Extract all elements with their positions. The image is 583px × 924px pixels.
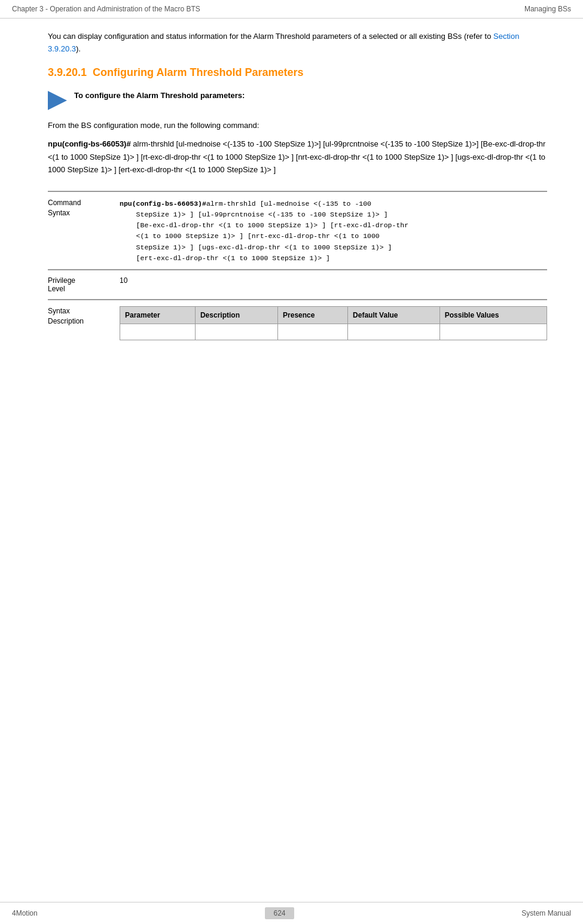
intro-text1: You can display configuration and status… (48, 32, 493, 41)
cell-presence (278, 324, 348, 340)
command-syntax-label: Command Syntax (48, 198, 120, 264)
col-parameter: Parameter (120, 307, 196, 324)
col-possible-values: Possible Values (439, 307, 547, 324)
parameter-table: Parameter Description Presence Default V… (120, 306, 547, 340)
intro-paragraph: You can display configuration and status… (48, 31, 547, 56)
col-description: Description (195, 307, 277, 324)
syntax-description-row: Syntax Description Parameter Description… (48, 299, 547, 340)
command-bold-part: npu(config-bs-66053)# (48, 139, 131, 148)
command-syntax-content: npu(config-bs-66053)#alrm-thrshld [ul-me… (120, 198, 547, 264)
command-syntax-mono: alrm-thrshld [ul-mednoise <(-135 to -100… (120, 200, 408, 262)
arrow-icon (48, 91, 67, 110)
page-header: Chapter 3 - Operation and Administration… (0, 0, 583, 19)
cell-default-value (348, 324, 440, 340)
table-header-row: Parameter Description Presence Default V… (120, 307, 547, 324)
svg-marker-0 (48, 91, 67, 110)
header-right: Managing BSs (524, 5, 571, 13)
section-title: Configuring Alarm Threshold Parameters (93, 66, 303, 78)
syntax-desc-label-line1: Syntax (48, 307, 70, 315)
cell-parameter (120, 324, 196, 340)
footer-right: System Manual (521, 909, 571, 917)
footer-left: 4Motion (12, 909, 38, 917)
privilege-label-line2: Level (48, 285, 65, 293)
syntax-description-content: Parameter Description Presence Default V… (120, 306, 547, 340)
footer-page-number: 624 (265, 907, 294, 919)
privilege-label: Privilege Level (48, 276, 120, 293)
intro-text2: ). (76, 44, 81, 53)
cell-description (195, 324, 277, 340)
privilege-value: 10 (120, 276, 127, 293)
header-left: Chapter 3 - Operation and Administration… (12, 5, 200, 13)
table-row (120, 324, 547, 340)
col-presence: Presence (278, 307, 348, 324)
section-heading: 3.9.20.1 Configuring Alarm Threshold Par… (48, 66, 547, 79)
section-number: 3.9.20.1 (48, 66, 87, 78)
privilege-label-line1: Privilege (48, 276, 75, 285)
instruction-text: To configure the Alarm Threshold paramet… (74, 90, 245, 102)
syntax-description-label: Syntax Description (48, 306, 120, 340)
from-text: From the BS configuration mode, run the … (48, 120, 547, 132)
command-syntax-bold: npu(config-bs-66053)# (120, 200, 206, 208)
cell-possible-values (439, 324, 547, 340)
page-footer: 4Motion 624 System Manual (0, 902, 583, 924)
syntax-desc-label-line2: Description (48, 317, 84, 325)
privilege-level-row: Privilege Level 10 (48, 269, 547, 293)
col-default-value: Default Value (348, 307, 440, 324)
command-display-block: npu(config-bs-66053)# alrm-thrshld [ul-m… (48, 138, 547, 176)
command-syntax-row: Command Syntax npu(config-bs-66053)#alrm… (48, 191, 547, 264)
table-body (120, 324, 547, 340)
command-syntax-label-line1: Command (48, 199, 81, 207)
command-syntax-label-line2: Syntax (48, 209, 70, 217)
instruction-block: To configure the Alarm Threshold paramet… (48, 90, 547, 110)
main-content: You can display configuration and status… (0, 19, 583, 352)
